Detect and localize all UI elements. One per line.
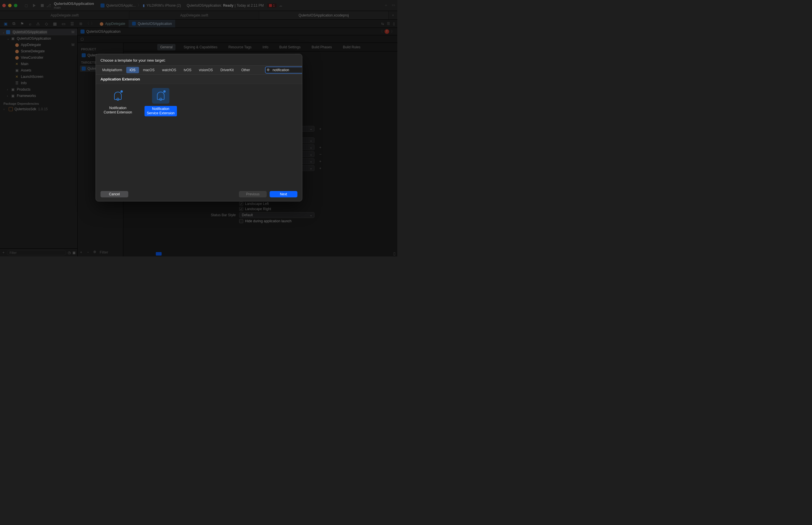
platform-other[interactable]: Other bbox=[238, 67, 253, 73]
clear-search-button[interactable]: ✕ bbox=[302, 66, 302, 71]
search-icon: ⊜ bbox=[263, 66, 273, 73]
platform-macos[interactable]: macOS bbox=[139, 67, 158, 73]
cancel-label: Cancel bbox=[109, 192, 120, 196]
template-label-l2: Service Extension bbox=[147, 111, 175, 115]
previous-label: Previous bbox=[246, 192, 260, 196]
next-button[interactable]: Next bbox=[270, 191, 297, 197]
new-target-sheet: Choose a template for your new target: M… bbox=[95, 54, 302, 201]
template-grid: NotificationContent Extension Notificati… bbox=[96, 84, 302, 187]
cancel-button[interactable]: Cancel bbox=[101, 191, 128, 197]
platform-multiplatform[interactable]: Multiplatform bbox=[99, 67, 126, 73]
next-label: Next bbox=[280, 192, 287, 196]
bell-icon bbox=[114, 92, 122, 100]
template-category-header: Application Extension bbox=[96, 75, 302, 84]
platform-driverkit[interactable]: DriverKit bbox=[217, 67, 237, 73]
platform-watchos[interactable]: watchOS bbox=[159, 67, 180, 73]
previous-button[interactable]: Previous bbox=[239, 191, 267, 197]
template-label-l1: Notification bbox=[152, 107, 169, 111]
template-notification-service[interactable]: NotificationService Extension bbox=[143, 88, 178, 116]
sheet-buttons: Cancel Previous Next bbox=[96, 187, 302, 201]
platform-tvos[interactable]: tvOS bbox=[180, 67, 195, 73]
template-search-wrap: ⊜ ✕ bbox=[262, 65, 302, 75]
platform-tabs: Multiplatform iOS macOS watchOS tvOS vis… bbox=[96, 65, 302, 75]
platform-visionos[interactable]: visionOS bbox=[195, 67, 216, 73]
platform-ios[interactable]: iOS bbox=[126, 67, 139, 73]
sheet-title: Choose a template for your new target: bbox=[96, 54, 302, 65]
template-label-l1: Notification bbox=[109, 106, 126, 110]
template-label-l2: Content Extension bbox=[104, 110, 132, 114]
template-notification-content[interactable]: NotificationContent Extension bbox=[101, 88, 135, 115]
bell-icon bbox=[157, 92, 164, 100]
